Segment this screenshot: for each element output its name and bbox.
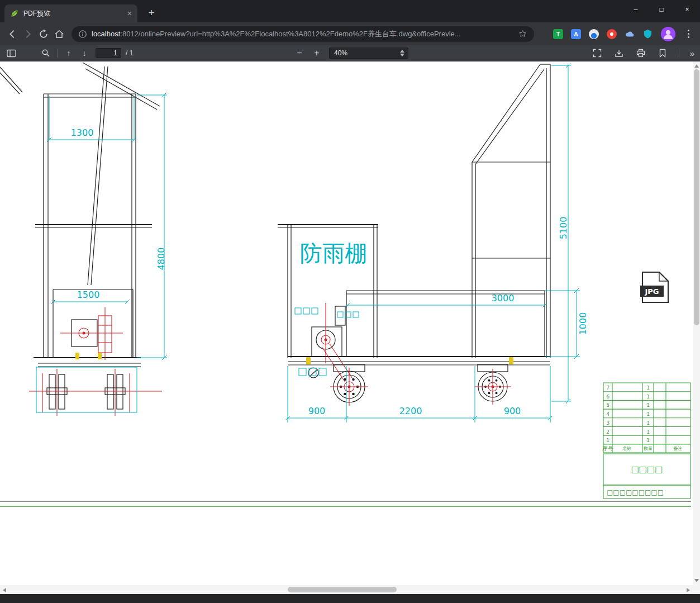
horizontal-scrollbar-thumb[interactable] [288, 587, 397, 592]
part-row-no: 7 [606, 385, 609, 391]
jpg-file-icon: JPG [640, 272, 668, 302]
close-button[interactable]: × [674, 0, 700, 19]
reload-button[interactable] [36, 26, 51, 42]
side-view-cyan-details: 防雨棚 [295, 240, 367, 376]
zoom-out-button[interactable]: − [293, 46, 306, 60]
extension-cloud-icon[interactable] [622, 26, 637, 42]
part-row-qty: 1 [646, 438, 650, 443]
part-row-no: 1 [606, 438, 609, 443]
toolbar-separator [679, 49, 679, 58]
browser-menu-button[interactable] [683, 30, 693, 38]
dim-axle-middle: 2200 [399, 406, 422, 416]
rain-shelter-label: 防雨棚 [300, 240, 367, 266]
download-button[interactable] [613, 48, 625, 59]
dim-side-height: 5100 [558, 217, 569, 240]
part-row-qty: 1 [646, 402, 650, 408]
horizontal-scrollbar[interactable] [0, 585, 700, 594]
part-row-qty: 1 [646, 385, 650, 391]
extension-shield-icon[interactable] [640, 26, 655, 42]
browser-toolbar: localhost:8012/onlinePreview?url=http%3A… [0, 22, 700, 45]
tab-close-icon[interactable]: × [127, 10, 132, 17]
new-tab-button[interactable]: + [144, 6, 159, 20]
front-view-highlights [75, 353, 102, 359]
part-row-qty: 1 [646, 429, 650, 435]
sheet-border [0, 501, 691, 506]
side-view-highlights [306, 357, 513, 364]
scroll-right-arrow-icon[interactable] [687, 588, 690, 592]
extension-green-icon[interactable]: T [550, 26, 566, 42]
extension-translate-icon[interactable]: A [568, 26, 584, 42]
title-block-footer-text: □□□□□□□□□ [607, 488, 664, 496]
url-path: :8012/onlinePreview?url=http%3A%2F%2Floc… [120, 30, 460, 38]
front-view-dimensions: 1300 4800 1500 [36, 93, 167, 412]
url-host: localhost [92, 30, 120, 38]
pdf-toolbar-left: ↑ ↓ / 1 [0, 45, 133, 61]
part-row-qty: 1 [646, 394, 650, 400]
pdf-toolbar-right: » [592, 45, 697, 61]
page-count-label: / 1 [126, 49, 133, 57]
back-button[interactable] [4, 26, 20, 42]
scroll-left-arrow-icon[interactable] [3, 588, 6, 592]
part-row-no: 2 [606, 429, 609, 435]
header-serial-no: 序号 [602, 445, 613, 452]
scroll-down-arrow-icon[interactable] [694, 579, 699, 582]
dim-axle-right: 900 [504, 406, 521, 416]
presentation-mode-button[interactable] [592, 48, 603, 59]
more-tools-button[interactable]: » [690, 49, 697, 58]
home-button[interactable] [51, 26, 67, 42]
dim-axle-left: 900 [308, 406, 326, 416]
site-info-icon[interactable] [78, 30, 87, 39]
part-row-no: 5 [606, 402, 609, 408]
search-button[interactable] [40, 48, 51, 59]
profile-avatar[interactable] [661, 27, 675, 41]
bookmark-star-icon[interactable] [518, 29, 527, 39]
bookmark-button[interactable] [657, 48, 668, 59]
zoom-level-value: 40% [334, 49, 400, 57]
dim-tank-length: 3000 [492, 293, 515, 303]
next-page-button[interactable]: ↓ [79, 49, 90, 58]
tab-title: PDF预览 [23, 9, 50, 18]
minimize-button[interactable]: – [623, 0, 649, 19]
vertical-scrollbar-thumb[interactable] [694, 69, 699, 325]
side-view-geometry [278, 64, 550, 402]
dim-front-top-width: 1300 [71, 127, 94, 138]
dim-front-mid-width: 1500 [77, 289, 100, 300]
page-number-input[interactable] [96, 48, 121, 58]
scroll-up-arrow-icon[interactable] [694, 64, 699, 68]
part-row-qty: 1 [646, 411, 650, 417]
zoom-in-button[interactable]: + [310, 46, 323, 60]
jpg-badge-label: JPG [644, 287, 659, 296]
url-text: localhost:8012/onlinePreview?url=http%3A… [92, 29, 518, 39]
extensions-row: T A [550, 26, 696, 42]
vertical-scrollbar[interactable] [693, 61, 700, 585]
browser-tab[interactable]: PDF预览 × [4, 4, 137, 22]
maximize-button[interactable]: □ [649, 0, 674, 19]
previous-page-button[interactable]: ↑ [63, 49, 74, 58]
titlebar: PDF预览 × + – □ × [0, 0, 700, 22]
part-row-no: 4 [606, 411, 609, 417]
drawing-title-text: □□□□ [631, 464, 663, 474]
part-row-no: 6 [606, 394, 609, 400]
header-note: 备注 [673, 446, 682, 451]
cad-drawing-canvas: 1300 4800 1500 [0, 61, 693, 585]
front-view-geometry [0, 63, 160, 409]
pdf-toolbar: ↑ ↓ / 1 − + 40% » [0, 45, 700, 61]
print-button[interactable] [635, 48, 646, 59]
part-row-no: 3 [606, 420, 609, 426]
select-spinner-icon [400, 50, 404, 56]
extension-red-icon[interactable] [604, 26, 620, 42]
title-block: 7 6 5 4 3 2 1 1 1 1 1 1 1 1 序号 名称 数量 备注 … [602, 383, 691, 498]
zoom-level-select[interactable]: 40% [329, 48, 408, 59]
tab-favicon-leaf-icon [10, 9, 19, 18]
forward-button[interactable] [20, 26, 36, 42]
dim-tank-height: 1000 [578, 312, 588, 335]
sidebar-toggle-button[interactable] [6, 48, 17, 59]
toolbar-separator [57, 49, 58, 58]
extension-sphere-icon[interactable] [586, 26, 602, 42]
viewer-bottom-strip [0, 594, 700, 603]
header-name: 名称 [622, 446, 631, 451]
pdf-page: 1300 4800 1500 [0, 61, 693, 585]
part-row-qty: 1 [646, 420, 650, 426]
address-bar[interactable]: localhost:8012/onlinePreview?url=http%3A… [72, 26, 534, 42]
pdf-toolbar-center: − + 40% [293, 45, 408, 61]
